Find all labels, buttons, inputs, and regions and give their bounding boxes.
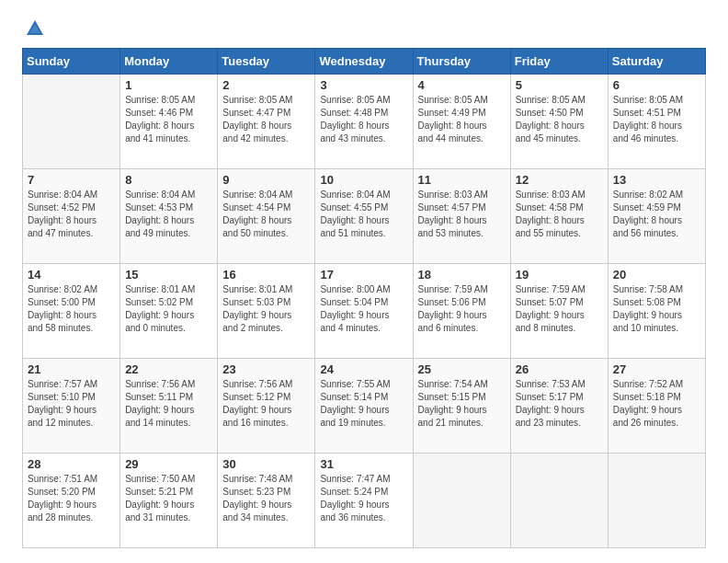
calendar-cell: 9Sunrise: 8:04 AM Sunset: 4:54 PM Daylig…: [218, 169, 315, 264]
calendar-cell: 1Sunrise: 8:05 AM Sunset: 4:46 PM Daylig…: [120, 75, 218, 169]
day-number: 11: [418, 173, 506, 187]
calendar-cell: 26Sunrise: 7:53 AM Sunset: 5:17 PM Dayli…: [510, 359, 608, 454]
calendar-cell: 25Sunrise: 7:54 AM Sunset: 5:15 PM Dayli…: [413, 359, 510, 454]
calendar-cell: [413, 454, 510, 548]
day-number: 12: [516, 173, 603, 187]
calendar-cell: [608, 454, 705, 548]
day-number: 13: [613, 173, 700, 187]
day-number: 4: [418, 78, 506, 92]
calendar-header-wednesday: Wednesday: [315, 49, 413, 75]
page: SundayMondayTuesdayWednesdayThursdayFrid…: [0, 0, 728, 563]
day-info: Sunrise: 8:05 AM Sunset: 4:47 PM Dayligh…: [222, 94, 310, 145]
day-number: 14: [28, 268, 115, 282]
day-info: Sunrise: 7:48 AM Sunset: 5:23 PM Dayligh…: [222, 473, 310, 524]
day-number: 2: [222, 78, 310, 92]
calendar-cell: 31Sunrise: 7:47 AM Sunset: 5:24 PM Dayli…: [315, 454, 413, 548]
calendar-cell: 5Sunrise: 8:05 AM Sunset: 4:50 PM Daylig…: [510, 75, 608, 169]
day-info: Sunrise: 8:05 AM Sunset: 4:48 PM Dayligh…: [320, 94, 407, 145]
day-info: Sunrise: 8:01 AM Sunset: 5:03 PM Dayligh…: [222, 283, 310, 335]
calendar-cell: 15Sunrise: 8:01 AM Sunset: 5:02 PM Dayli…: [120, 264, 218, 359]
calendar-cell: 2Sunrise: 8:05 AM Sunset: 4:47 PM Daylig…: [218, 75, 315, 169]
day-number: 28: [28, 457, 115, 471]
day-info: Sunrise: 8:02 AM Sunset: 5:00 PM Dayligh…: [28, 283, 115, 335]
calendar-cell: 20Sunrise: 7:58 AM Sunset: 5:08 PM Dayli…: [608, 264, 705, 359]
day-number: 1: [125, 78, 212, 92]
day-info: Sunrise: 7:55 AM Sunset: 5:14 PM Dayligh…: [320, 378, 407, 430]
calendar-week-row: 14Sunrise: 8:02 AM Sunset: 5:00 PM Dayli…: [23, 264, 706, 359]
calendar-header-row: SundayMondayTuesdayWednesdayThursdayFrid…: [23, 49, 706, 75]
calendar-header-monday: Monday: [120, 49, 218, 75]
calendar-cell: 29Sunrise: 7:50 AM Sunset: 5:21 PM Dayli…: [120, 454, 218, 548]
day-number: 21: [28, 362, 115, 376]
calendar-cell: 6Sunrise: 8:05 AM Sunset: 4:51 PM Daylig…: [608, 75, 705, 169]
day-number: 10: [320, 173, 407, 187]
calendar-cell: 30Sunrise: 7:48 AM Sunset: 5:23 PM Dayli…: [218, 454, 315, 548]
day-number: 16: [222, 268, 310, 282]
day-number: 3: [320, 78, 407, 92]
day-info: Sunrise: 7:58 AM Sunset: 5:08 PM Dayligh…: [613, 283, 700, 335]
day-number: 19: [516, 268, 603, 282]
calendar-header-friday: Friday: [510, 49, 608, 75]
calendar-cell: 10Sunrise: 8:04 AM Sunset: 4:55 PM Dayli…: [315, 169, 413, 264]
day-number: 25: [418, 362, 506, 376]
calendar-cell: 21Sunrise: 7:57 AM Sunset: 5:10 PM Dayli…: [23, 359, 120, 454]
day-info: Sunrise: 7:56 AM Sunset: 5:12 PM Dayligh…: [222, 378, 310, 430]
day-info: Sunrise: 8:05 AM Sunset: 4:50 PM Dayligh…: [516, 94, 603, 145]
calendar-cell: 28Sunrise: 7:51 AM Sunset: 5:20 PM Dayli…: [23, 454, 120, 548]
calendar-cell: 14Sunrise: 8:02 AM Sunset: 5:00 PM Dayli…: [23, 264, 120, 359]
logo-icon: [25, 18, 45, 39]
calendar-week-row: 7Sunrise: 8:04 AM Sunset: 4:52 PM Daylig…: [23, 169, 706, 264]
day-number: 17: [320, 268, 407, 282]
calendar-cell: 22Sunrise: 7:56 AM Sunset: 5:11 PM Dayli…: [120, 359, 218, 454]
day-number: 30: [222, 457, 310, 471]
day-number: 27: [613, 362, 700, 376]
day-info: Sunrise: 7:53 AM Sunset: 5:17 PM Dayligh…: [516, 378, 603, 430]
day-number: 22: [125, 362, 212, 376]
day-number: 23: [222, 362, 310, 376]
calendar-cell: 17Sunrise: 8:00 AM Sunset: 5:04 PM Dayli…: [315, 264, 413, 359]
day-info: Sunrise: 7:59 AM Sunset: 5:06 PM Dayligh…: [418, 283, 506, 335]
logo: [22, 18, 46, 35]
calendar-header-tuesday: Tuesday: [218, 49, 315, 75]
calendar-header-saturday: Saturday: [608, 49, 705, 75]
day-info: Sunrise: 8:04 AM Sunset: 4:52 PM Dayligh…: [28, 189, 115, 240]
header: [22, 18, 706, 35]
calendar-week-row: 28Sunrise: 7:51 AM Sunset: 5:20 PM Dayli…: [23, 454, 706, 548]
day-info: Sunrise: 8:03 AM Sunset: 4:57 PM Dayligh…: [418, 189, 506, 240]
calendar-cell: [23, 75, 120, 169]
day-number: 5: [516, 78, 603, 92]
calendar-cell: 24Sunrise: 7:55 AM Sunset: 5:14 PM Dayli…: [315, 359, 413, 454]
calendar-cell: 18Sunrise: 7:59 AM Sunset: 5:06 PM Dayli…: [413, 264, 510, 359]
calendar-cell: [510, 454, 608, 548]
day-number: 29: [125, 457, 212, 471]
calendar-week-row: 1Sunrise: 8:05 AM Sunset: 4:46 PM Daylig…: [23, 75, 706, 169]
day-info: Sunrise: 7:59 AM Sunset: 5:07 PM Dayligh…: [516, 283, 603, 335]
day-info: Sunrise: 8:05 AM Sunset: 4:49 PM Dayligh…: [418, 94, 506, 145]
day-number: 26: [516, 362, 603, 376]
day-info: Sunrise: 7:51 AM Sunset: 5:20 PM Dayligh…: [28, 473, 115, 524]
calendar-cell: 27Sunrise: 7:52 AM Sunset: 5:18 PM Dayli…: [608, 359, 705, 454]
day-info: Sunrise: 7:54 AM Sunset: 5:15 PM Dayligh…: [418, 378, 506, 430]
calendar-header-thursday: Thursday: [413, 49, 510, 75]
day-info: Sunrise: 8:05 AM Sunset: 4:51 PM Dayligh…: [613, 94, 700, 145]
calendar-cell: 12Sunrise: 8:03 AM Sunset: 4:58 PM Dayli…: [510, 169, 608, 264]
day-info: Sunrise: 7:47 AM Sunset: 5:24 PM Dayligh…: [320, 473, 407, 524]
calendar-cell: 16Sunrise: 8:01 AM Sunset: 5:03 PM Dayli…: [218, 264, 315, 359]
calendar-cell: 11Sunrise: 8:03 AM Sunset: 4:57 PM Dayli…: [413, 169, 510, 264]
calendar-cell: 8Sunrise: 8:04 AM Sunset: 4:53 PM Daylig…: [120, 169, 218, 264]
day-number: 15: [125, 268, 212, 282]
day-number: 6: [613, 78, 700, 92]
day-number: 9: [222, 173, 310, 187]
day-number: 24: [320, 362, 407, 376]
calendar-cell: 23Sunrise: 7:56 AM Sunset: 5:12 PM Dayli…: [218, 359, 315, 454]
day-info: Sunrise: 7:56 AM Sunset: 5:11 PM Dayligh…: [125, 378, 212, 430]
calendar-cell: 13Sunrise: 8:02 AM Sunset: 4:59 PM Dayli…: [608, 169, 705, 264]
day-info: Sunrise: 8:03 AM Sunset: 4:58 PM Dayligh…: [516, 189, 603, 240]
day-number: 8: [125, 173, 212, 187]
day-number: 7: [28, 173, 115, 187]
calendar-cell: 19Sunrise: 7:59 AM Sunset: 5:07 PM Dayli…: [510, 264, 608, 359]
day-info: Sunrise: 8:04 AM Sunset: 4:55 PM Dayligh…: [320, 189, 407, 240]
day-info: Sunrise: 8:05 AM Sunset: 4:46 PM Dayligh…: [125, 94, 212, 145]
day-info: Sunrise: 8:04 AM Sunset: 4:54 PM Dayligh…: [222, 189, 310, 240]
day-info: Sunrise: 7:57 AM Sunset: 5:10 PM Dayligh…: [28, 378, 115, 430]
